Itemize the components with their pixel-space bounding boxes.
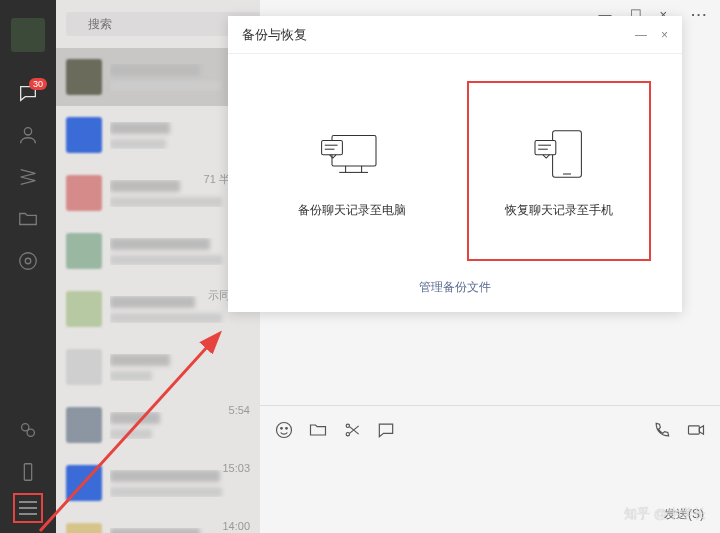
moments-icon[interactable] — [17, 250, 39, 272]
message-input[interactable]: 发送(S) — [260, 453, 720, 533]
svg-point-0 — [24, 128, 31, 135]
restore-to-phone-option[interactable]: 恢复聊天记录至手机 — [467, 81, 651, 261]
chat-icon[interactable]: 30 — [17, 82, 39, 104]
svg-rect-21 — [535, 140, 556, 154]
backup-to-pc-option[interactable]: 备份聊天记录至电脑 — [260, 81, 444, 261]
dialog-titlebar: 备份与恢复 — × — [228, 16, 682, 54]
scissors-icon[interactable] — [342, 420, 362, 440]
svg-point-9 — [346, 432, 349, 435]
svg-rect-11 — [689, 425, 700, 433]
manage-backups-link[interactable]: 管理备份文件 — [419, 280, 491, 294]
contacts-icon[interactable] — [17, 124, 39, 146]
list-item[interactable]: 14:00 — [56, 512, 260, 533]
favorites-icon[interactable] — [17, 166, 39, 188]
more-menu-button[interactable]: ··· — [691, 7, 708, 22]
svg-point-6 — [277, 422, 292, 437]
backup-to-pc-label: 备份聊天记录至电脑 — [298, 202, 406, 219]
svg-point-2 — [25, 258, 31, 264]
composer-toolbar — [260, 405, 720, 453]
dialog-close-button[interactable]: × — [661, 28, 668, 42]
list-item[interactable]: 5:54 — [56, 396, 260, 454]
list-item[interactable] — [56, 338, 260, 396]
svg-rect-19 — [552, 131, 581, 177]
phone-icon[interactable] — [17, 461, 39, 483]
emoji-icon[interactable] — [274, 420, 294, 440]
user-avatar[interactable] — [11, 18, 45, 52]
folder-icon[interactable] — [308, 420, 328, 440]
chat-history-icon[interactable] — [376, 420, 396, 440]
dialog-title: 备份与恢复 — [242, 26, 307, 44]
unread-badge: 30 — [29, 78, 47, 90]
files-icon[interactable] — [17, 208, 39, 230]
svg-rect-16 — [321, 140, 342, 154]
svg-point-1 — [20, 253, 37, 270]
list-item[interactable]: 15:03 — [56, 454, 260, 512]
svg-point-8 — [286, 427, 288, 429]
backup-restore-dialog: 备份与恢复 — × 备份聊天记录至电脑 — [228, 16, 682, 312]
svg-point-7 — [281, 427, 283, 429]
left-sidebar: 30 — [0, 0, 56, 533]
svg-point-4 — [27, 429, 34, 436]
restore-to-phone-label: 恢复聊天记录至手机 — [505, 202, 613, 219]
send-button[interactable]: 发送(S) — [664, 506, 704, 523]
voice-call-icon[interactable] — [652, 420, 672, 440]
miniprogram-icon[interactable] — [17, 419, 39, 441]
video-call-icon[interactable] — [686, 420, 706, 440]
menu-icon[interactable] — [13, 493, 43, 523]
svg-point-10 — [346, 424, 349, 427]
dialog-minimize-button[interactable]: — — [635, 28, 647, 42]
svg-rect-5 — [24, 464, 31, 481]
